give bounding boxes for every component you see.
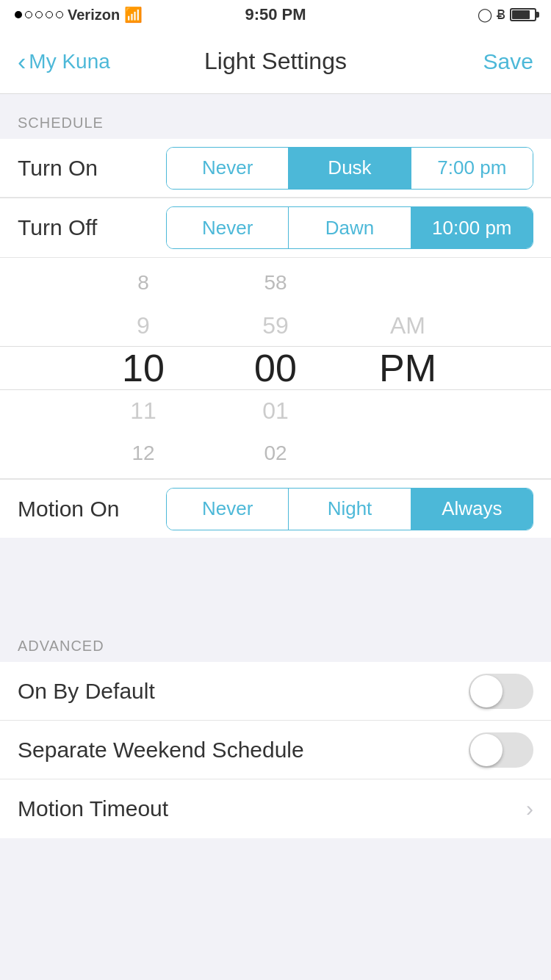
minute-00: 00	[209, 347, 342, 389]
turn-off-time[interactable]: 10:00 pm	[411, 207, 533, 248]
dot-1	[15, 11, 22, 18]
advanced-section-bg	[0, 573, 551, 617]
bottom-spacer	[0, 838, 551, 897]
on-by-default-knob	[470, 675, 503, 707]
motion-on-row: Motion On Never Night Always	[0, 479, 551, 538]
minute-58: 58	[209, 262, 342, 304]
time-picker[interactable]: 8 9 10 11 12 58 59 00 01 02 AM PM	[0, 265, 551, 471]
bluetooth-icon: Ƀ	[497, 7, 505, 23]
wifi-icon: 📶	[124, 6, 143, 24]
hour-10: 10	[77, 347, 209, 389]
turn-on-never[interactable]: Never	[167, 148, 289, 189]
turn-on-dusk[interactable]: Dusk	[289, 148, 411, 189]
motion-night[interactable]: Night	[289, 489, 411, 530]
turn-off-segmented[interactable]: Never Dawn 10:00 pm	[166, 206, 533, 249]
hour-9: 9	[77, 304, 209, 347]
back-button[interactable]: ‹ My Kuna	[18, 50, 110, 73]
nav-bar: ‹ My Kuna Light Settings Save	[0, 29, 551, 94]
on-by-default-label: On By Default	[18, 679, 155, 704]
hour-12: 12	[77, 432, 209, 475]
turn-on-segmented[interactable]: Never Dusk 7:00 pm	[166, 147, 533, 190]
dot-2	[25, 11, 32, 18]
minute-column[interactable]: 58 59 00 01 02	[209, 262, 342, 475]
separate-weekend-row: Separate Weekend Schedule	[0, 721, 551, 779]
status-right: ◯ Ƀ	[478, 7, 536, 23]
ampm-empty-bot	[342, 389, 474, 432]
back-label: My Kuna	[29, 50, 110, 73]
turn-on-time[interactable]: 7:00 pm	[411, 148, 533, 189]
motion-on-label: Motion On	[18, 497, 135, 522]
dot-4	[46, 11, 53, 18]
save-button[interactable]: Save	[483, 49, 533, 74]
minute-01: 01	[209, 389, 342, 432]
turn-off-row: Turn Off Never Dawn 10:00 pm	[0, 198, 551, 257]
turn-on-row: Turn On Never Dusk 7:00 pm	[0, 139, 551, 198]
hour-11: 11	[77, 389, 209, 432]
back-chevron-icon: ‹	[18, 48, 26, 73]
separate-weekend-label: Separate Weekend Schedule	[18, 738, 304, 763]
ampm-empty-bot2	[342, 432, 474, 475]
motion-never[interactable]: Never	[167, 489, 289, 530]
turn-off-dawn[interactable]: Dawn	[289, 207, 411, 248]
turn-off-never[interactable]: Never	[167, 207, 289, 248]
minute-59: 59	[209, 304, 342, 347]
spacer-1	[0, 538, 551, 573]
status-time: 9:50 PM	[245, 5, 306, 24]
dot-3	[35, 11, 43, 18]
separate-weekend-knob	[470, 734, 503, 766]
motion-always[interactable]: Always	[411, 489, 533, 530]
ampm-empty-top	[342, 262, 474, 304]
hour-column[interactable]: 8 9 10 11 12	[77, 262, 209, 475]
dot-5	[56, 11, 63, 18]
schedule-card: Turn On Never Dusk 7:00 pm Turn Off Neve…	[0, 139, 551, 257]
turn-off-label: Turn Off	[18, 215, 135, 240]
signal-dots	[15, 11, 63, 18]
ampm-pm: PM	[342, 347, 474, 389]
hour-8: 8	[77, 262, 209, 304]
separate-weekend-toggle[interactable]	[469, 732, 533, 768]
battery-fill	[512, 10, 530, 19]
advanced-card: On By Default Separate Weekend Schedule …	[0, 662, 551, 838]
clock-icon: ◯	[478, 7, 492, 23]
page-title: Light Settings	[204, 48, 347, 75]
ampm-am: AM	[342, 304, 474, 347]
status-left: Verizon 📶	[15, 6, 143, 24]
schedule-section-header: SCHEDULE	[0, 94, 551, 139]
motion-on-segmented[interactable]: Never Night Always	[166, 488, 533, 530]
motion-timeout-label: Motion Timeout	[18, 796, 168, 821]
turn-on-label: Turn On	[18, 156, 135, 181]
minute-02: 02	[209, 432, 342, 475]
motion-timeout-chevron: ›	[526, 796, 533, 821]
carrier-label: Verizon	[68, 7, 120, 24]
status-bar: Verizon 📶 9:50 PM ◯ Ƀ	[0, 0, 551, 29]
battery-icon	[510, 8, 536, 21]
motion-timeout-row[interactable]: Motion Timeout ›	[0, 779, 551, 838]
on-by-default-row: On By Default	[0, 662, 551, 721]
advanced-section-header: ADVANCED	[0, 617, 551, 662]
ampm-column[interactable]: AM PM	[342, 262, 474, 475]
time-picker-section[interactable]: 8 9 10 11 12 58 59 00 01 02 AM PM	[0, 257, 551, 479]
on-by-default-toggle[interactable]	[469, 674, 533, 709]
